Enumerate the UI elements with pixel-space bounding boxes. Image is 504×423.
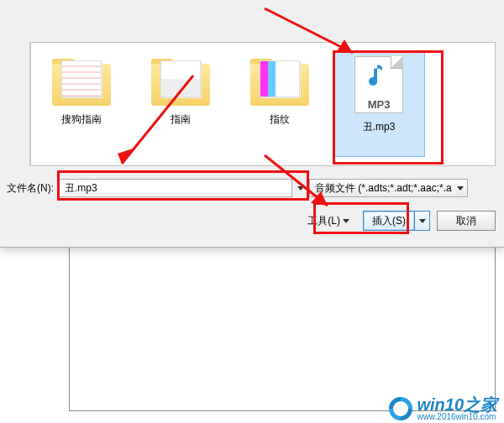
filename-label: 文件名(N): — [7, 181, 54, 196]
file-label: 搜狗指南 — [61, 112, 102, 127]
filename-input[interactable] — [59, 179, 292, 197]
folder-item[interactable]: 指南 — [134, 51, 227, 157]
watermark: win10之家 www.2016win10.com — [389, 396, 497, 421]
open-file-dialog: 搜狗指南 指南 指纹 MP3 — [0, 0, 504, 248]
mp3-file-item[interactable]: MP3 丑.mp3 — [333, 51, 425, 157]
file-label: 指南 — [171, 112, 191, 127]
chevron-down-icon — [343, 219, 349, 223]
insert-button-group: 插入(S) — [363, 211, 430, 231]
file-label: 丑.mp3 — [363, 120, 396, 134]
mp3-badge: MP3 — [355, 98, 402, 111]
folder-item[interactable]: 搜狗指南 — [35, 51, 128, 157]
watermark-brand: win10之家 — [417, 396, 497, 413]
chevron-down-icon — [419, 219, 426, 223]
file-label: 指纹 — [270, 112, 290, 127]
cancel-button[interactable]: 取消 — [437, 211, 496, 231]
filename-dropdown-icon[interactable] — [297, 186, 304, 191]
watermark-logo-icon — [389, 397, 412, 420]
music-note-icon — [365, 64, 386, 89]
folder-icon — [151, 55, 210, 106]
file-type-filter[interactable]: 音频文件 (*.adts;*.adt;*.aac;*.a — [309, 179, 468, 197]
watermark-url: www.2016win10.com — [417, 413, 497, 421]
insert-dropdown[interactable] — [415, 211, 430, 231]
folder-icon — [250, 55, 309, 106]
file-type-filter-label: 音频文件 (*.adts;*.adt;*.aac;*.a — [315, 181, 452, 196]
tools-menu[interactable]: 工具(L) — [307, 214, 349, 228]
tools-label: 工具(L) — [307, 214, 340, 228]
folder-item[interactable]: 指纹 — [234, 51, 326, 157]
watermark-text: win10之家 www.2016win10.com — [417, 396, 497, 421]
chevron-down-icon — [457, 186, 464, 191]
insert-button[interactable]: 插入(S) — [363, 211, 415, 231]
insert-button-label: 插入(S) — [372, 214, 406, 228]
folder-icon — [52, 55, 111, 106]
mp3-file-icon: MP3 — [354, 56, 403, 113]
dialog-buttons-row: 工具(L) 插入(S) 取消 — [0, 208, 496, 233]
filename-row: 文件名(N): 音频文件 (*.adts;*.adt;*.aac;*.a — [7, 178, 496, 198]
cancel-button-label: 取消 — [456, 214, 476, 228]
file-list[interactable]: 搜狗指南 指南 指纹 MP3 — [30, 42, 496, 166]
